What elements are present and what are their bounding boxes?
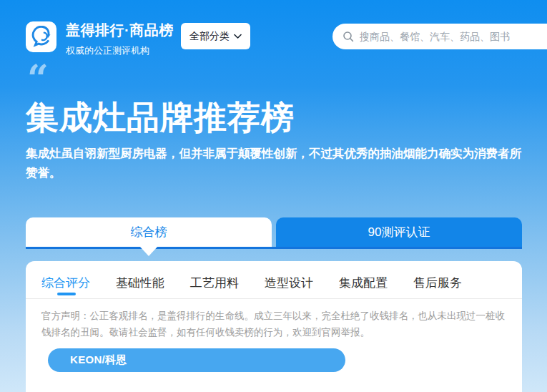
- subtab-basic-performance[interactable]: 基础性能: [116, 275, 164, 291]
- search-box: [332, 24, 547, 49]
- chevron-down-icon: [234, 34, 242, 39]
- subtab-materials[interactable]: 工艺用料: [190, 275, 239, 291]
- page-description: 集成灶虽自诩新型厨房电器，但并非属于颠覆性创新，不过其优秀的抽油烟能力确实为消费…: [26, 144, 531, 182]
- subtab-after-sales[interactable]: 售后服务: [413, 275, 462, 291]
- subtab-integration[interactable]: 集成配置: [339, 275, 388, 291]
- content-panel: 综合评分 基础性能 工艺用料 造型设计 集成配置 售后服务 官方声明：公正客观排…: [26, 261, 522, 392]
- site-title: 盖得排行·商品榜: [66, 21, 174, 40]
- tab-overall-ranking-label: 综合榜: [131, 224, 167, 240]
- site-subtitle: 权威的公正测评机构: [66, 44, 174, 57]
- tab-bar: [26, 247, 522, 249]
- ranking-item-label: KEON/科恩: [70, 353, 127, 367]
- active-subtab-underline: [57, 293, 76, 295]
- tab-overall-ranking[interactable]: 综合榜: [26, 217, 272, 247]
- active-tab-pointer: [139, 246, 158, 256]
- brand-text: 盖得排行·商品榜 权威的公正测评机构: [66, 21, 174, 57]
- subtab-divider: [26, 298, 522, 299]
- official-disclaimer: 官方声明：公正客观排名，是盖得排行的生命线。成立三年以来，完全杜绝了收钱排名，也…: [41, 308, 505, 340]
- lion-icon: [30, 26, 52, 48]
- quote-icon: “: [27, 60, 49, 97]
- subtab-design[interactable]: 造型设计: [265, 275, 313, 291]
- subtab-overall-score[interactable]: 综合评分: [41, 275, 90, 291]
- all-categories-button[interactable]: 全部分类: [181, 23, 250, 49]
- subtab-nav: 综合评分 基础性能 工艺用料 造型设计 集成配置 售后服务: [41, 275, 462, 291]
- all-categories-label: 全部分类: [189, 30, 230, 43]
- site-logo[interactable]: [26, 21, 56, 52]
- tab-90-certification[interactable]: 90测评认证: [276, 217, 522, 247]
- search-input[interactable]: [360, 31, 547, 42]
- page-title: 集成灶品牌推荐榜: [26, 96, 295, 140]
- tab-90-certification-label: 90测评认证: [368, 224, 430, 240]
- page: 盖得排行·商品榜 权威的公正测评机构 全部分类 “ 集成灶品牌推荐榜 集成灶虽自…: [0, 0, 547, 392]
- ranking-item-keon[interactable]: KEON/科恩: [48, 348, 345, 372]
- search-icon: [343, 31, 354, 42]
